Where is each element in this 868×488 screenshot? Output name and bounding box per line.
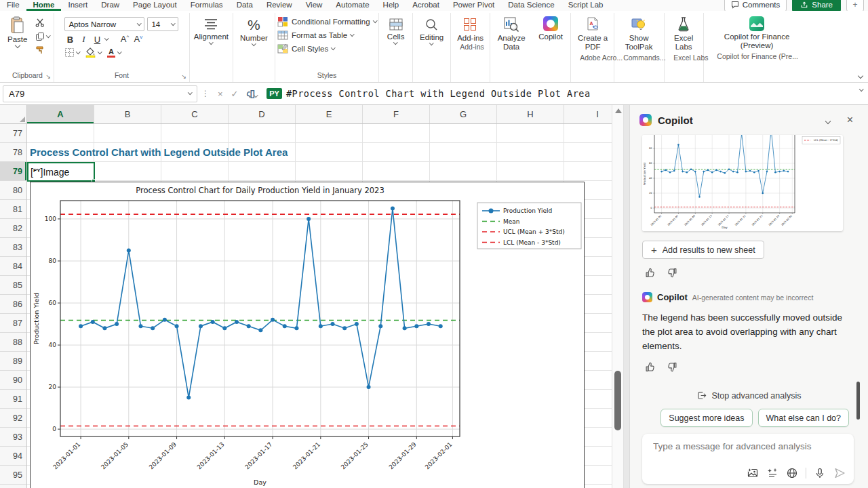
prompt-ideas-icon[interactable]	[766, 467, 778, 479]
show-toolpak-button[interactable]: Show ToolPak	[616, 14, 661, 53]
python-chart-image[interactable]: 0204060801002023-01-012023-01-052023-01-…	[30, 182, 585, 488]
send-icon[interactable]	[833, 467, 846, 479]
ribbon-tab-home[interactable]: Home	[26, 0, 62, 11]
row-header-89[interactable]: 89	[0, 352, 26, 371]
enter-icon[interactable]: ✓	[227, 89, 243, 99]
row-header-94[interactable]: 94	[0, 447, 26, 466]
row-header-82[interactable]: 82	[0, 219, 26, 238]
column-header-h[interactable]: H	[497, 105, 564, 123]
row-header-86[interactable]: 86	[0, 295, 26, 314]
ribbon-tab-review[interactable]: Review	[260, 0, 299, 11]
ribbon-tab-power-pivot[interactable]: Power Pivot	[446, 0, 501, 11]
analyze-data-button[interactable]: Analyze Data	[492, 14, 530, 53]
copy-button[interactable]	[35, 31, 50, 41]
scrollbar-thumb[interactable]	[614, 371, 621, 430]
alignment-button[interactable]: Alignment	[192, 14, 231, 44]
create-pdf-button[interactable]: A Create a PDF	[573, 14, 612, 53]
add-image-icon[interactable]	[747, 467, 759, 479]
number-button[interactable]: % Number	[235, 14, 273, 45]
name-box[interactable]: A79	[3, 85, 197, 102]
font-name-select[interactable]: Aptos Narrow	[64, 17, 144, 31]
row-header-88[interactable]: 88	[0, 333, 26, 352]
add-results-button[interactable]: + Add results to new sheet	[642, 241, 764, 259]
formula-input[interactable]: #Process Control Chart with Legend Outsi…	[286, 88, 591, 99]
ribbon-tab-data[interactable]: Data	[230, 0, 260, 11]
ribbon-tab-automate[interactable]: Automate	[329, 0, 376, 11]
copilot-chart-result-thumbnail[interactable]: 0204060802023-01-012023-01-052023-01-092…	[642, 135, 843, 231]
italic-button[interactable]: I	[78, 34, 89, 45]
ribbon-tab-formulas[interactable]: Formulas	[184, 0, 230, 11]
font-size-select[interactable]: 14	[147, 17, 178, 31]
ribbon-tab-draw[interactable]: Draw	[94, 0, 126, 11]
row-header-84[interactable]: 84	[0, 257, 26, 276]
font-color-button[interactable]: A	[106, 47, 121, 58]
row-header-95[interactable]: 95	[0, 466, 26, 485]
cancel-icon[interactable]: ×	[214, 89, 227, 99]
formula-bar-expand-button[interactable]	[859, 87, 863, 91]
thumbs-down-icon[interactable]	[666, 361, 677, 373]
row-header-87[interactable]: 87	[0, 314, 26, 333]
sheet-vertical-scrollbar[interactable]	[612, 105, 624, 488]
mic-icon[interactable]	[814, 467, 826, 479]
row-header-78[interactable]: 78	[0, 143, 26, 162]
conditional-formatting-button[interactable]: Conditional Formatting	[277, 16, 376, 27]
clipboard-dialog-launcher[interactable]: ↘	[45, 74, 51, 80]
underline-options-chevron[interactable]	[104, 36, 108, 40]
format-as-table-button[interactable]: Format as Table	[277, 30, 376, 41]
addins-button[interactable]: Add-ins	[453, 14, 488, 42]
collapse-ribbon-button[interactable]	[858, 73, 863, 79]
row-header-91[interactable]: 91	[0, 390, 26, 409]
scroll-up-arrow-icon[interactable]	[615, 108, 622, 113]
column-header-a[interactable]: A	[27, 105, 94, 123]
increase-font-button[interactable]: A^	[119, 34, 130, 44]
column-header-d[interactable]: D	[229, 105, 296, 123]
ribbon-tab-help[interactable]: Help	[376, 0, 406, 11]
row-header-92[interactable]: 92	[0, 409, 26, 428]
excel-labs-button[interactable]: Excel Labs	[667, 14, 701, 53]
row-header-77[interactable]: 77	[0, 124, 26, 143]
column-header-g[interactable]: G	[430, 105, 497, 123]
borders-button[interactable]	[64, 47, 80, 58]
row-header-80[interactable]: 80	[0, 181, 26, 200]
bold-button[interactable]: B	[64, 35, 75, 45]
python-formula-icon[interactable]: ς[]	[243, 89, 262, 98]
comments-button[interactable]: Comments	[724, 0, 787, 11]
top-right-button[interactable]: +	[846, 0, 864, 11]
ribbon-tab-acrobat[interactable]: Acrobat	[406, 0, 446, 11]
column-header-c[interactable]: C	[161, 105, 229, 123]
cell-a78-title[interactable]: Process Control Chart with Legend Outsid…	[30, 143, 288, 162]
underline-button[interactable]: U	[92, 35, 102, 45]
select-all-corner[interactable]	[0, 105, 27, 123]
pane-close-button[interactable]: ×	[842, 114, 859, 126]
copilot-ribbon-button[interactable]: Copilot	[533, 14, 568, 43]
thumbs-up-icon[interactable]	[645, 361, 656, 373]
ribbon-tab-script-lab[interactable]: Script Lab	[561, 0, 610, 11]
column-header-f[interactable]: F	[363, 105, 430, 123]
selected-cell-a79[interactable]: [PY]Image	[27, 162, 95, 182]
row-header-85[interactable]: 85	[0, 276, 26, 295]
ribbon-tab-insert[interactable]: Insert	[61, 0, 94, 11]
chip-suggest-more-ideas[interactable]: Suggest more ideas	[660, 409, 752, 427]
pane-chevron-down-button[interactable]	[821, 115, 835, 125]
copilot-pane-scrollbar[interactable]	[856, 382, 860, 420]
row-header-79[interactable]: 79	[0, 162, 26, 181]
ribbon-tab-file[interactable]: File	[0, 0, 26, 11]
fill-color-button[interactable]	[85, 47, 102, 58]
stop-advanced-analysis-button[interactable]: Stop advanced analysis	[642, 390, 856, 401]
copilot-message-input[interactable]	[652, 441, 842, 452]
format-painter-button[interactable]	[35, 45, 50, 55]
font-dialog-launcher[interactable]: ↘	[181, 74, 186, 80]
column-header-e[interactable]: E	[296, 105, 363, 123]
ribbon-tab-view[interactable]: View	[299, 0, 330, 11]
ribbon-tab-page-layout[interactable]: Page Layout	[126, 0, 184, 11]
chip-what-else[interactable]: What else can I do?	[758, 409, 849, 427]
decrease-font-button[interactable]: Av	[133, 34, 144, 44]
row-header-83[interactable]: 83	[0, 238, 26, 257]
cells-button[interactable]: Cells	[381, 14, 410, 44]
share-button[interactable]: Share	[792, 0, 841, 11]
paste-button[interactable]: Paste	[3, 14, 31, 49]
ribbon-tab-data-science[interactable]: Data Science	[501, 0, 561, 11]
column-header-i[interactable]: I	[564, 105, 612, 123]
cut-button[interactable]	[35, 18, 50, 28]
row-header-93[interactable]: 93	[0, 428, 26, 447]
